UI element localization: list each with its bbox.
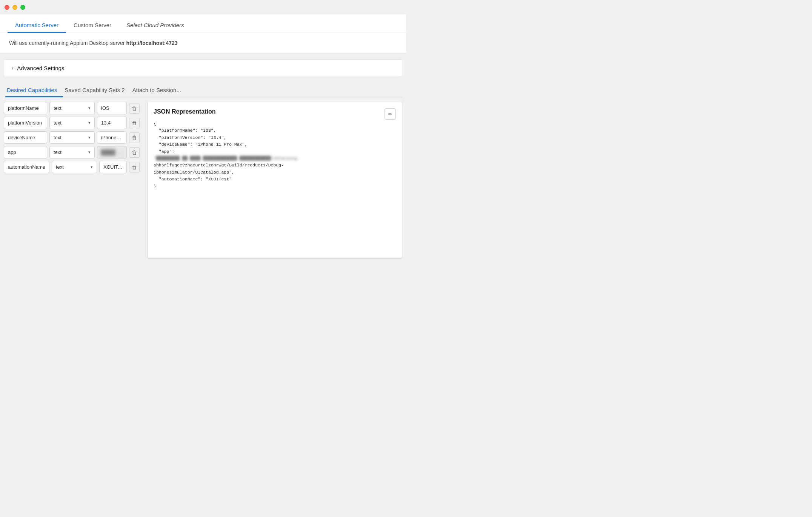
capability-type-dropdown[interactable]: text▾ xyxy=(52,161,97,173)
capability-type-dropdown[interactable]: text▾ xyxy=(49,102,95,114)
capability-value-cell[interactable]: XCUITest xyxy=(99,161,127,173)
tab-automatic-server[interactable]: Automatic Server xyxy=(8,17,66,33)
title-bar xyxy=(0,0,406,14)
delete-capability-button[interactable]: 🗑 xyxy=(129,162,140,172)
capability-name-cell: automationName xyxy=(4,161,49,173)
minimize-button[interactable] xyxy=(12,5,17,10)
tab-saved-capability-sets[interactable]: Saved Capability Sets 2 xyxy=(63,83,131,97)
capability-value-cell[interactable]: 13.4 xyxy=(97,117,127,129)
delete-capability-button[interactable]: 🗑 xyxy=(129,103,140,114)
edit-json-button[interactable]: ✏ xyxy=(384,108,396,120)
json-code-block: { "platformName": "iOS", "platformVersio… xyxy=(154,120,396,190)
delete-capability-button[interactable]: 🗑 xyxy=(129,147,140,158)
tab-cloud-providers[interactable]: Select Cloud Providers xyxy=(119,17,192,33)
advanced-settings-bar[interactable]: › Advanced Settings xyxy=(4,59,402,77)
server-info-text: Will use currently-running Appium Deskto… xyxy=(9,40,126,46)
capability-type-dropdown[interactable]: text▾ xyxy=(49,146,95,158)
table-row: apptext▾████ ██ █ ██ █ ███▓▒░🗑 xyxy=(4,146,140,158)
table-row: automationNametext▾XCUITest🗑 xyxy=(4,161,140,173)
capability-type-dropdown[interactable]: text▾ xyxy=(49,131,95,144)
json-representation-title: JSON Representation xyxy=(154,108,396,115)
tab-custom-server[interactable]: Custom Server xyxy=(66,17,119,33)
server-url: http://localhost:4723 xyxy=(126,40,177,46)
capability-value-cell[interactable]: iOS xyxy=(97,102,127,114)
main-content: Automatic Server Custom Server Select Cl… xyxy=(0,14,406,258)
capabilities-table: platformNametext▾iOS🗑platformVersiontext… xyxy=(4,102,140,258)
advanced-settings-label: Advanced Settings xyxy=(17,65,64,71)
tab-desired-capabilities[interactable]: Desired Capabilities xyxy=(5,83,63,97)
server-info-panel: Will use currently-running Appium Deskto… xyxy=(0,33,406,53)
capabilities-layout: platformNametext▾iOS🗑platformVersiontext… xyxy=(4,102,402,258)
capability-name-cell: deviceName xyxy=(4,131,47,144)
close-button[interactable] xyxy=(5,5,9,10)
capability-value-cell[interactable]: ████ ██ █ ██ █ ███▓▒░ xyxy=(97,146,127,158)
table-row: platformVersiontext▾13.4🗑 xyxy=(4,117,140,129)
delete-capability-button[interactable]: 🗑 xyxy=(129,118,140,128)
maximize-button[interactable] xyxy=(20,5,25,10)
table-row: platformNametext▾iOS🗑 xyxy=(4,102,140,114)
capabilities-section: Desired Capabilities Saved Capability Se… xyxy=(0,83,406,258)
json-panel: JSON Representation ✏ { "platformName": … xyxy=(147,102,402,258)
delete-capability-button[interactable]: 🗑 xyxy=(129,132,140,143)
top-tabs-bar: Automatic Server Custom Server Select Cl… xyxy=(0,14,406,33)
sub-tabs: Desired Capabilities Saved Capability Se… xyxy=(4,83,402,97)
capability-name-cell: platformVersion xyxy=(4,117,47,129)
capability-name-cell: platformName xyxy=(4,102,47,114)
table-row: deviceNametext▾iPhone 11 Pro Max🗑 xyxy=(4,131,140,144)
chevron-right-icon: › xyxy=(12,65,13,71)
tab-attach-to-session[interactable]: Attach to Session... xyxy=(131,83,187,97)
capability-name-cell: app xyxy=(4,146,47,158)
capability-value-cell[interactable]: iPhone 11 Pro Max xyxy=(97,131,127,144)
capability-type-dropdown[interactable]: text▾ xyxy=(49,117,95,129)
